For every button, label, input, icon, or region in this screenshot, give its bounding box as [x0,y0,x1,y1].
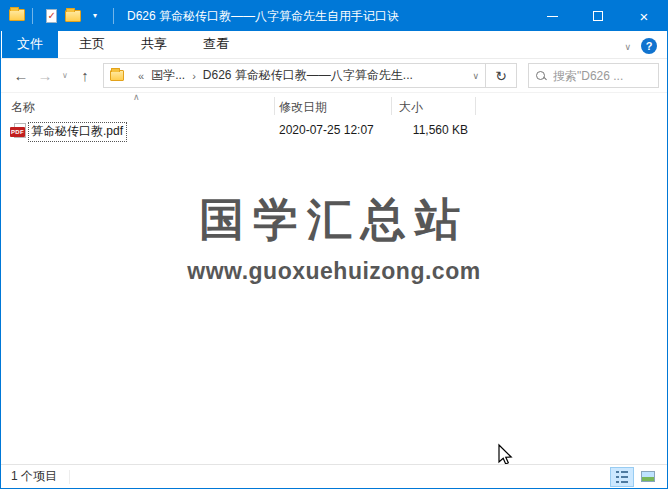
watermark-title: 国学汇总站 [1,190,667,250]
minimize-icon [547,16,558,17]
dropdown-caret-icon: ▾ [93,12,97,20]
file-list-area: 名称 ∧ 修改日期 大小 PDF 算命秘传口教.pdf 2020-07-25 1… [1,93,667,464]
app-folder-icon[interactable] [9,7,25,25]
status-bar: 1 个项目 [1,464,667,488]
file-name: 算命秘传口教.pdf [28,122,127,142]
statusbar-separator [69,470,70,484]
tab-view[interactable]: 查看 [188,30,244,58]
mouse-cursor [495,443,515,464]
details-view-icon [616,471,628,483]
title-bar: ✓ ▾ D626 算命秘传口教——八字算命先生自用手记口诀 × [1,1,667,31]
titlebar-separator [113,8,114,24]
forward-button[interactable]: → [33,67,57,84]
close-button[interactable]: × [621,1,667,31]
column-separator[interactable] [391,97,392,115]
breadcrumb-root[interactable]: 国学... [151,67,185,84]
tab-home[interactable]: 主页 [64,30,120,58]
close-icon: × [640,9,649,24]
search-icon [535,70,547,82]
item-count: 1 个项目 [11,468,57,485]
help-button[interactable]: ? [641,38,657,54]
explorer-window: ✓ ▾ D626 算命秘传口教——八字算命先生自用手记口诀 × 文件 主页 共享… [0,0,668,489]
qat-customize-dropdown[interactable]: ▾ [84,4,106,28]
thumbnails-view-button[interactable] [636,467,660,487]
column-headers: 名称 ∧ 修改日期 大小 [1,93,667,119]
column-header-name[interactable]: 名称 [11,99,35,116]
file-date-modified: 2020-07-25 12:07 [279,123,374,137]
titlebar-separator [32,8,33,24]
navigation-toolbar: ← → ∨ ↑ « 国学... › D626 算命秘传口教——八字算命先生...… [1,59,667,93]
expand-ribbon-icon[interactable]: ∨ [624,42,641,58]
back-button[interactable]: ← [9,67,33,84]
new-folder-icon [65,10,81,22]
minimize-button[interactable] [529,1,575,31]
sort-ascending-icon: ∧ [133,93,140,102]
search-box[interactable] [528,63,659,88]
tab-file[interactable]: 文件 [2,30,58,58]
address-bar-group: « 国学... › D626 算命秘传口教——八字算命先生... ∨ ↻ [103,63,517,88]
watermark-url: www.guoxuehuizong.com [1,258,667,285]
breadcrumb-separator-icon: › [192,70,196,82]
address-bar[interactable]: « 国学... › D626 算命秘传口教——八字算命先生... ∨ [104,64,485,87]
pdf-file-icon: PDF [10,123,26,139]
properties-doc-icon: ✓ [46,9,57,23]
maximize-button[interactable] [575,1,621,31]
watermark: 国学汇总站 www.guoxuehuizong.com [1,190,667,285]
qat-new-folder-button[interactable] [62,4,84,28]
qat-properties-button[interactable]: ✓ [40,4,62,28]
thumbnails-view-icon [641,471,655,482]
maximize-icon [593,11,603,21]
tab-share[interactable]: 共享 [126,30,182,58]
breadcrumb-overflow-chevron[interactable]: « [138,70,144,82]
search-input[interactable] [553,69,652,83]
breadcrumb-folder-icon [110,70,124,81]
refresh-button[interactable]: ↻ [485,64,516,87]
recent-locations-dropdown[interactable]: ∨ [57,71,73,80]
column-header-date-modified[interactable]: 修改日期 [279,99,327,116]
breadcrumb-current[interactable]: D626 算命秘传口教——八字算命先生... [203,67,413,84]
file-row-pdf[interactable]: PDF 算命秘传口教.pdf 2020-07-25 12:07 11,560 K… [1,120,667,142]
column-separator[interactable] [475,97,476,115]
ribbon-tab-bar: 文件 主页 共享 查看 ∨ ? [1,31,667,59]
window-title: D626 算命秘传口教——八字算命先生自用手记口诀 [127,8,399,25]
file-size: 11,560 KB [381,123,468,137]
details-view-button[interactable] [610,467,634,487]
address-history-dropdown-icon[interactable]: ∨ [466,71,479,81]
column-header-size[interactable]: 大小 [399,99,423,116]
column-separator[interactable] [274,97,275,115]
up-button[interactable]: ↑ [73,67,97,84]
